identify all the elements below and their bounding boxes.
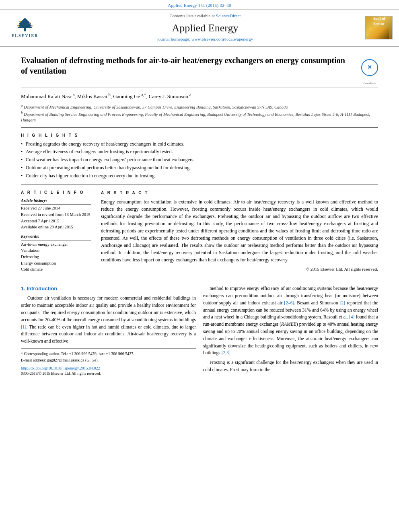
abstract-text: Energy consumption for ventilation is ex… [101,198,378,263]
keywords-label: Keywords: [21,234,91,241]
revised-date: Received in revised form 13 March 2015 [21,212,91,218]
article-info: A R T I C L E I N F O Article history: R… [21,190,91,276]
history-label: Article history: [21,198,91,205]
homepage-prefix: journal homepage: [157,37,191,41]
journal-homepage: journal homepage: www.elsevier.com/locat… [53,36,357,42]
keyword-item: Air-to-air energy exchanger [21,242,91,248]
contents-text: Contents lists available at [169,13,215,18]
article-history: Article history: Received 27 June 2014 R… [21,198,91,230]
keyword-item: Cold climate [21,267,91,273]
contents-line: Contents lists available at ScienceDirec… [53,13,357,19]
svg-point-6 [17,25,19,27]
ref-2[interactable]: [2] [340,300,345,305]
ref-4[interactable]: [4] [349,314,354,319]
journal-banner: Applied Energy 151 (2015) 32–40 ELSEVIER [0,0,399,47]
corresponding-footnote: * Corresponding author. Tel.: +1 306 966… [21,351,196,357]
highlight-item: Cold weather has less impact on energy e… [21,156,378,163]
affiliations: a Department of Mechanical Engineering, … [21,103,378,128]
keywords-list: Air-to-air energy exchanger Ventilation … [21,242,91,273]
highlight-item: Average effectiveness of exchangers unde… [21,148,378,155]
highlight-item: Outdoor air preheating method performs b… [21,164,378,171]
article-info-label: A R T I C L E I N F O [21,190,91,195]
left-content: 1. Introduction Outdoor air ventilation … [21,285,196,376]
abstract-label: A B S T R A C T [101,190,378,196]
crossmark-logo[interactable] [361,59,378,76]
journal-center: Contents lists available at ScienceDirec… [45,11,365,44]
ref-2-3[interactable]: [2,3] [222,350,230,355]
svg-point-4 [19,21,21,23]
journal-citation: Applied Energy 151 (2015) 32–40 [168,3,231,8]
affiliation-a: a Department of Mechanical Engineering, … [21,103,378,110]
keywords-group: Keywords: Air-to-air energy exchanger Ve… [21,234,91,273]
svg-rect-0 [24,28,26,31]
elsevier-logo: ELSEVIER [5,16,45,39]
section-title: Introduction [27,286,57,292]
main-content: 1. Introduction Outdoor air ventilation … [21,285,378,376]
received-date: Received 27 June 2014 [21,205,91,212]
svg-point-5 [29,22,31,24]
abstract-section: A B S T R A C T Energy consumption for v… [101,190,378,276]
doi-line[interactable]: http://dx.doi.org/10.1016/j.apenergy.201… [21,366,196,371]
svg-point-7 [31,25,33,27]
intro-para-1: Outdoor air ventilation is necessary for… [21,295,196,345]
highlights-label: H I G H L I G H T S [21,133,378,138]
article-title-section: Evaluation of defrosting methods for air… [21,55,378,88]
authors: Mohammad Rafati Nasr a, Miklos Kassai b,… [21,92,378,101]
email-footnote: E-mail address: gag827@mail.usask.ca (G.… [21,357,196,363]
highlight-item: Colder city has higher reduction in ener… [21,173,378,179]
intro-para-3: Frosting is a significant challenge for … [203,359,378,374]
copyright-line: © 2015 Elsevier Ltd. All rights reserved… [101,266,378,273]
highlight-item: Frosting degrades the energy recovery of… [21,141,378,148]
doi-text: http://dx.doi.org/10.1016/j.apenergy.201… [21,366,100,370]
science-direct-link[interactable]: ScienceDirect [216,13,241,18]
applied-energy-logo: AppliedEnergy [365,16,393,39]
right-content: method to improve energy efficiency of a… [203,285,378,376]
intro-heading: 1. Introduction [21,285,196,292]
affiliation-b: b Department of Building Service Enginee… [21,110,378,123]
journal-top-bar: Applied Energy 151 (2015) 32–40 [0,0,399,9]
keyword-item: Ventilation [21,248,91,254]
highlights-list: Frosting degrades the energy recovery of… [21,141,378,179]
article-body: Evaluation of defrosting methods for air… [0,47,399,385]
ref-2-6[interactable]: [2–6] [284,300,294,305]
issn-line: 0306-2619/© 2015 Elsevier Ltd. All right… [21,371,196,376]
keyword-item: Energy consumption [21,261,91,267]
accepted-date: Accepted 7 April 2015 [21,218,91,224]
article-info-abstract: A R T I C L E I N F O Article history: R… [21,190,378,281]
crossmark-label: CrossMark [363,82,376,86]
highlights-section: H I G H L I G H T S Frosting degrades th… [21,133,378,185]
article-title: Evaluation of defrosting methods for air… [21,55,361,76]
keyword-item: Defrosting [21,254,91,260]
available-date: Available online 29 April 2015 [21,224,91,230]
journal-header: ELSEVIER Contents lists available at Sci… [0,9,399,46]
elsevier-wordmark: ELSEVIER [12,33,39,39]
journal-title: Applied Energy [53,21,357,35]
ref-1[interactable]: [1] [21,325,26,329]
homepage-url: www.elsevier.com/locate/apenergy [191,37,253,41]
intro-para-2: method to improve energy efficiency of a… [203,285,378,357]
elsevier-tree-icon [13,17,37,32]
footnotes: * Corresponding author. Tel.: +1 306 966… [21,348,196,376]
section-number: 1. [21,286,27,292]
